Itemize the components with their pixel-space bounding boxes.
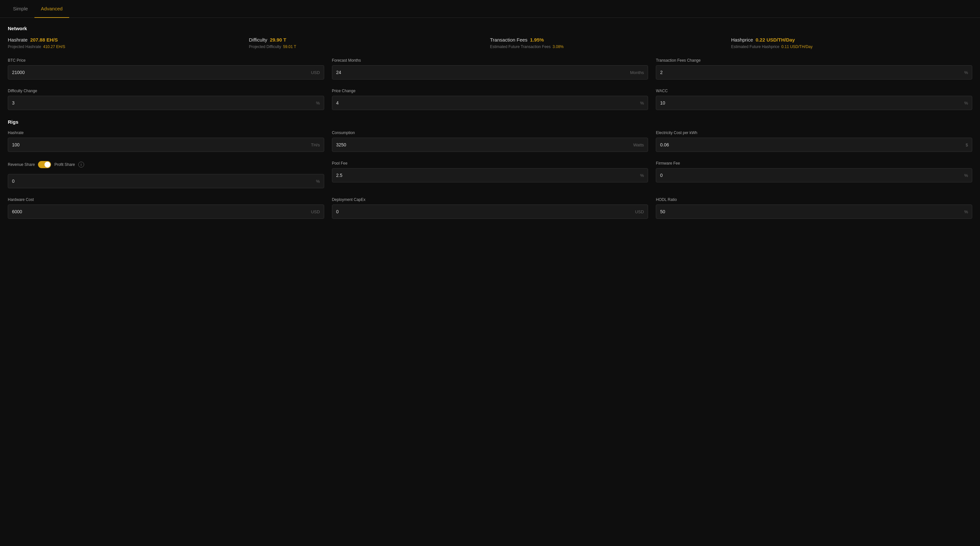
unit-difficulty-change: % [316,101,320,105]
rigs-title: Rigs [8,119,972,125]
input-wrapper-consumption: Watts [332,138,648,152]
input-hodl-ratio[interactable] [660,209,961,214]
stat-hashprice-name: Hashprice [731,37,753,43]
field-pool-fee: Pool Fee % [332,161,648,188]
input-rig-hashrate[interactable] [12,142,308,148]
stat-hashprice: Hashprice 0.22 USD/TH/Day Estimated Futu… [731,37,972,49]
input-wrapper-hodl-ratio: % [656,205,972,219]
profit-share-label: Profit Share [54,162,75,167]
input-wacc[interactable] [660,100,961,105]
field-tx-fees-change: Transaction Fees Change % [656,58,972,79]
rigs-row-3: Hardware Cost USD Deployment CapEx USD H… [8,197,972,219]
unit-btc-price: USD [311,70,320,75]
rigs-section: Rigs Hashrate TH/s Consumption Watts Ele… [8,119,972,219]
input-wrapper-electricity-cost: $ [656,138,972,152]
stat-hashprice-sub-value: 0.11 USD/TH/Day [781,44,812,49]
input-wrapper-wacc: % [656,96,972,110]
input-forecast-months[interactable] [336,70,628,75]
input-wrapper-difficulty-change: % [8,96,324,110]
label-hardware-cost: Hardware Cost [8,197,324,202]
input-wrapper-hardware-cost: USD [8,205,324,219]
toggle-row: Revenue Share Profit Share i [8,161,324,168]
field-electricity-cost: Electricity Cost per kWh $ [656,130,972,152]
input-consumption[interactable] [336,142,631,148]
stat-hashprice-sub-label: Estimated Future Hashprice [731,44,780,49]
input-hardware-cost[interactable] [12,209,308,214]
network-title: Network [8,25,972,31]
input-wrapper-forecast-months: Months [332,65,648,79]
field-wacc: WACC % [656,89,972,110]
label-btc-price: BTC Price [8,58,324,63]
profit-share-info-icon[interactable]: i [78,162,84,168]
stat-tx-fees-name: Transaction Fees [490,37,528,43]
label-price-change: Price Change [332,89,648,93]
stat-difficulty-name: Difficulty [249,37,267,43]
unit-revenue-share: % [316,179,320,184]
input-pool-fee[interactable] [336,173,638,178]
input-tx-fees-change[interactable] [660,70,961,75]
field-btc-price: BTC Price USD [8,58,324,79]
field-rig-hashrate: Hashrate TH/s [8,130,324,152]
unit-deployment-capex: USD [635,210,644,214]
tabs-container: Simple Advanced [0,0,980,18]
stat-tx-fees-sub-value: 3.08% [552,44,563,49]
tab-simple[interactable]: Simple [6,0,35,18]
label-difficulty-change: Difficulty Change [8,89,324,93]
form-row-1: BTC Price USD Forecast Months Months Tra… [8,58,972,79]
label-hodl-ratio: HODL Ratio [656,197,972,202]
input-wrapper-revenue-share: % [8,174,324,188]
input-electricity-cost[interactable] [660,142,963,148]
rigs-row-1: Hashrate TH/s Consumption Watts Electric… [8,130,972,152]
label-electricity-cost: Electricity Cost per kWh [656,130,972,135]
unit-rig-hashrate: TH/s [311,143,320,148]
stat-difficulty: Difficulty 29.90 T Projected Difficulty … [249,37,490,49]
unit-price-change: % [640,101,644,105]
field-price-change: Price Change % [332,89,648,110]
stat-difficulty-value: 29.90 T [270,37,286,43]
field-firmware-fee: Firmware Fee % [656,161,972,188]
field-forecast-months: Forecast Months Months [332,58,648,79]
field-deployment-capex: Deployment CapEx USD [332,197,648,219]
unit-hardware-cost: USD [311,210,320,214]
input-wrapper-deployment-capex: USD [332,205,648,219]
input-price-change[interactable] [336,100,638,105]
stat-tx-fees: Transaction Fees 1.95% Estimated Future … [490,37,731,49]
field-consumption: Consumption Watts [332,130,648,152]
tab-advanced[interactable]: Advanced [35,0,69,18]
stat-tx-fees-sub-label: Estimated Future Transaction Fees [490,44,551,49]
stat-hashprice-value: 0.22 USD/TH/Day [756,37,795,43]
input-btc-price[interactable] [12,70,308,75]
label-forecast-months: Forecast Months [332,58,648,63]
input-wrapper-price-change: % [332,96,648,110]
input-deployment-capex[interactable] [336,209,632,214]
input-wrapper-rig-hashrate: TH/s [8,138,324,152]
field-hardware-cost: Hardware Cost USD [8,197,324,219]
input-firmware-fee[interactable] [660,173,961,178]
input-difficulty-change[interactable] [12,100,313,105]
revenue-share-toggle[interactable] [38,161,51,168]
field-difficulty-change: Difficulty Change % [8,89,324,110]
unit-consumption: Watts [633,143,644,148]
toggle-knob [45,162,50,168]
form-row-2: Difficulty Change % Price Change % WACC … [8,89,972,110]
unit-wacc: % [964,101,968,105]
stat-hashrate: Hashrate 207.88 EH/S Projected Hashrate … [8,37,249,49]
label-tx-fees-change: Transaction Fees Change [656,58,972,63]
input-revenue-share[interactable] [12,179,313,184]
rigs-row-2: Revenue Share Profit Share i % Pool Fee … [8,161,972,188]
label-firmware-fee: Firmware Fee [656,161,972,165]
stat-hashrate-name: Hashrate [8,37,28,43]
input-wrapper-pool-fee: % [332,168,648,183]
field-hodl-ratio: HODL Ratio % [656,197,972,219]
stat-hashrate-sub-label: Projected Hashrate [8,44,41,49]
unit-forecast-months: Months [630,70,644,75]
input-wrapper-btc-price: USD [8,65,324,79]
unit-firmware-fee: % [964,173,968,178]
stat-tx-fees-value: 1.95% [530,37,544,43]
unit-tx-fees-change: % [964,70,968,75]
network-stats: Hashrate 207.88 EH/S Projected Hashrate … [8,37,972,49]
input-wrapper-tx-fees-change: % [656,65,972,79]
label-wacc: WACC [656,89,972,93]
label-rig-hashrate: Hashrate [8,130,324,135]
field-revenue-share: Revenue Share Profit Share i % [8,161,324,188]
